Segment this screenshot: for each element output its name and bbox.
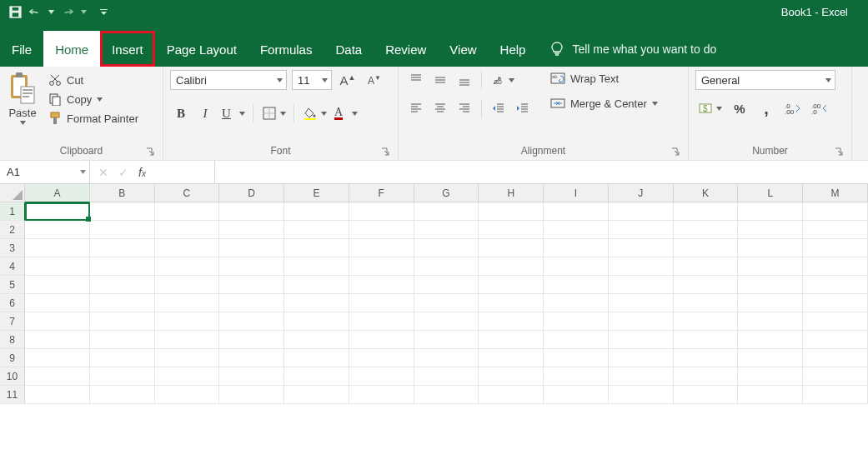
cell[interactable] xyxy=(674,239,739,257)
font-size-combo[interactable]: 11 xyxy=(292,70,332,90)
cell[interactable] xyxy=(349,367,414,386)
paste-button[interactable]: Paste xyxy=(7,70,38,127)
cell[interactable] xyxy=(544,312,609,331)
cell[interactable] xyxy=(544,367,609,386)
cell[interactable] xyxy=(349,202,414,221)
cell[interactable] xyxy=(90,221,155,239)
cell[interactable] xyxy=(609,386,674,404)
dialog-launcher-icon[interactable] xyxy=(671,147,681,157)
column-header[interactable]: A xyxy=(25,184,90,202)
cell[interactable] xyxy=(284,221,349,239)
cell[interactable] xyxy=(284,386,349,404)
cell[interactable] xyxy=(90,294,155,312)
underline-button[interactable]: U xyxy=(218,103,247,123)
cell[interactable] xyxy=(674,331,739,349)
cell[interactable] xyxy=(479,257,544,276)
chevron-down-icon[interactable] xyxy=(76,170,89,174)
cell[interactable] xyxy=(803,331,868,349)
cell[interactable] xyxy=(803,276,868,294)
increase-decimal-button[interactable]: .0.00 xyxy=(782,98,804,118)
cell[interactable] xyxy=(349,349,414,367)
cell[interactable] xyxy=(219,312,284,331)
cell[interactable] xyxy=(90,312,155,331)
cell[interactable] xyxy=(479,349,544,367)
cell[interactable] xyxy=(738,331,803,349)
cell[interactable] xyxy=(25,221,90,239)
cell[interactable] xyxy=(414,386,479,404)
cell[interactable] xyxy=(674,257,739,276)
column-header[interactable]: D xyxy=(219,184,284,202)
cell[interactable] xyxy=(284,367,349,386)
cell[interactable] xyxy=(284,257,349,276)
cell[interactable] xyxy=(284,312,349,331)
font-name-combo[interactable]: Calibri xyxy=(170,70,287,90)
copy-button[interactable]: Copy xyxy=(45,91,142,107)
column-header[interactable]: B xyxy=(90,184,155,202)
column-header[interactable]: F xyxy=(349,184,414,202)
cell[interactable] xyxy=(155,312,220,331)
cell[interactable] xyxy=(155,367,220,386)
row-header[interactable]: 8 xyxy=(0,331,25,349)
cell[interactable] xyxy=(219,221,284,239)
cell[interactable] xyxy=(414,276,479,294)
cell[interactable] xyxy=(414,331,479,349)
cell[interactable] xyxy=(674,276,739,294)
cell[interactable] xyxy=(414,312,479,331)
cell[interactable] xyxy=(284,239,349,257)
cell[interactable] xyxy=(674,312,739,331)
cell[interactable] xyxy=(90,386,155,404)
column-header[interactable]: J xyxy=(609,184,674,202)
row-header[interactable]: 9 xyxy=(0,349,25,367)
cell[interactable] xyxy=(738,239,803,257)
column-header[interactable]: G xyxy=(414,184,479,202)
fill-color-button[interactable] xyxy=(300,103,329,123)
cell[interactable] xyxy=(25,312,90,331)
undo-dropdown-icon[interactable] xyxy=(48,10,54,14)
cell[interactable] xyxy=(414,349,479,367)
cell[interactable] xyxy=(803,202,868,221)
formula-input[interactable] xyxy=(215,161,868,183)
cell[interactable] xyxy=(25,257,90,276)
cell[interactable] xyxy=(219,349,284,367)
cell[interactable] xyxy=(25,294,90,312)
increase-indent-button[interactable] xyxy=(512,98,534,118)
cell[interactable] xyxy=(609,239,674,257)
cell[interactable] xyxy=(90,202,155,221)
tell-me[interactable]: Tell me what you want to do xyxy=(537,42,725,67)
tab-formulas[interactable]: Formulas xyxy=(248,31,324,67)
row-header[interactable]: 1 xyxy=(0,202,25,221)
cell[interactable] xyxy=(544,221,609,239)
merge-center-button[interactable]: Merge & Center xyxy=(547,95,661,112)
tab-page-layout[interactable]: Page Layout xyxy=(155,31,248,67)
row-header[interactable]: 6 xyxy=(0,294,25,312)
align-bottom-button[interactable] xyxy=(454,70,475,90)
redo-icon[interactable] xyxy=(61,5,74,18)
cell[interactable] xyxy=(90,239,155,257)
cell[interactable] xyxy=(155,202,220,221)
cell[interactable] xyxy=(25,276,90,294)
cell[interactable] xyxy=(738,276,803,294)
cell[interactable] xyxy=(738,312,803,331)
cell[interactable] xyxy=(25,202,90,221)
cell[interactable] xyxy=(544,386,609,404)
cell[interactable] xyxy=(479,221,544,239)
cell[interactable] xyxy=(544,294,609,312)
cell[interactable] xyxy=(674,367,739,386)
fx-icon[interactable]: fx xyxy=(138,166,146,179)
column-header[interactable]: L xyxy=(738,184,803,202)
cell[interactable] xyxy=(414,221,479,239)
dialog-launcher-icon[interactable] xyxy=(381,147,391,157)
cell[interactable] xyxy=(219,257,284,276)
cell[interactable] xyxy=(349,276,414,294)
cell[interactable] xyxy=(25,331,90,349)
qat-customize-icon[interactable] xyxy=(100,8,108,16)
column-header[interactable]: C xyxy=(155,184,220,202)
orientation-button[interactable]: ab xyxy=(488,70,516,90)
cell[interactable] xyxy=(284,349,349,367)
cell[interactable] xyxy=(674,202,739,221)
cell[interactable] xyxy=(349,257,414,276)
column-header[interactable]: K xyxy=(674,184,739,202)
cell[interactable] xyxy=(90,349,155,367)
italic-button[interactable]: I xyxy=(194,103,216,123)
cell[interactable] xyxy=(803,367,868,386)
